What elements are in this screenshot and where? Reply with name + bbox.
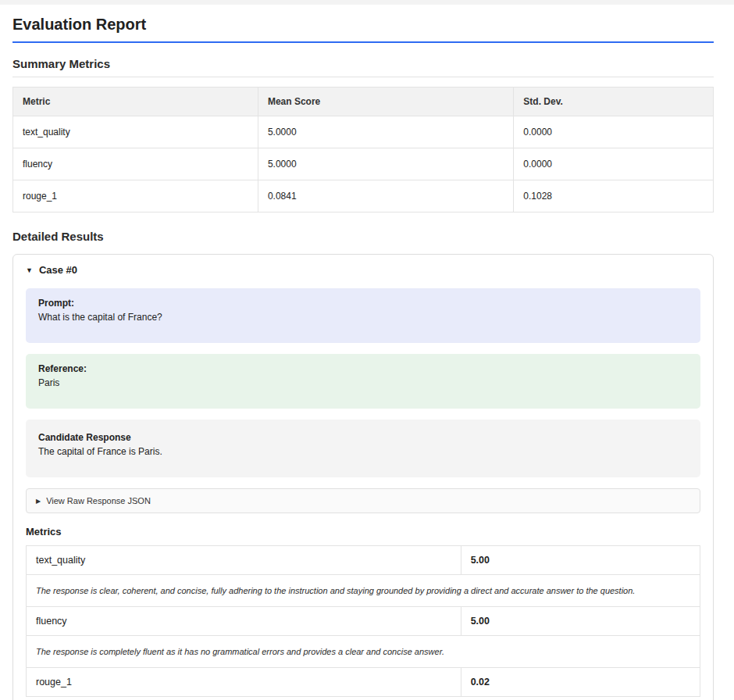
metric-explanation-row: The response is completely fluent as it … <box>27 636 700 668</box>
metric-explanation-cell: The response is clear, coherent, and con… <box>27 575 700 607</box>
summary-metrics-table: Metric Mean Score Std. Dev. text_quality… <box>12 87 714 212</box>
case-0-toggle[interactable]: ▼ Case #0 <box>13 255 713 285</box>
metric-name-cell: fluency <box>27 607 461 636</box>
summary-col-metric: Metric <box>13 88 258 116</box>
case-0-label: Case #0 <box>39 264 77 276</box>
candidate-response-label: Candidate Response <box>38 432 688 443</box>
table-row: rouge_1 0.0841 0.1028 <box>13 180 714 212</box>
prompt-label: Prompt: <box>38 298 688 309</box>
metric-name-cell: text_quality <box>27 546 461 575</box>
metric-score-cell: 0.02 <box>461 668 700 697</box>
case-0-body: Prompt: What is the capital of France? R… <box>13 285 713 700</box>
metric-row: rouge_1 0.02 <box>27 668 700 697</box>
mean-score-cell: 5.0000 <box>258 148 513 180</box>
metric-row: text_quality 5.00 <box>27 546 700 575</box>
metric-name-cell: text_quality <box>13 116 258 148</box>
mean-score-cell: 5.0000 <box>258 116 513 148</box>
std-dev-cell: 0.0000 <box>514 116 714 148</box>
metrics-heading: Metrics <box>26 526 700 538</box>
reference-label: Reference: <box>38 363 688 374</box>
prompt-box: Prompt: What is the capital of France? <box>26 288 700 343</box>
candidate-response-box: Candidate Response The capital of France… <box>26 420 700 477</box>
std-dev-cell: 0.1028 <box>514 180 714 212</box>
case-card-0: ▼ Case #0 Prompt: What is the capital of… <box>12 254 714 700</box>
metric-score-cell: 5.00 <box>461 546 700 575</box>
candidate-response-text: The capital of France is Paris. <box>38 446 688 457</box>
summary-col-std-dev: Std. Dev. <box>514 88 714 116</box>
metric-name-cell: fluency <box>13 148 258 180</box>
view-raw-response-json-toggle[interactable]: ▶ View Raw Response JSON <box>26 488 700 513</box>
prompt-text: What is the capital of France? <box>38 312 688 323</box>
table-row: text_quality 5.0000 0.0000 <box>13 116 714 148</box>
page-title: Evaluation Report <box>12 16 714 43</box>
evaluation-report-page: Evaluation Report Summary Metrics Metric… <box>0 5 734 700</box>
summary-metrics-heading: Summary Metrics <box>12 57 714 77</box>
triangle-right-icon: ▶ <box>36 498 41 505</box>
summary-header-row: Metric Mean Score Std. Dev. <box>13 88 714 116</box>
view-raw-response-json-label: View Raw Response JSON <box>46 496 151 505</box>
metric-explanation-cell: The response is completely fluent as it … <box>27 636 700 668</box>
reference-box: Reference: Paris <box>26 354 700 409</box>
metric-row: fluency 5.00 <box>27 607 700 636</box>
summary-col-mean-score: Mean Score <box>258 88 513 116</box>
metric-score-cell: 5.00 <box>461 607 700 636</box>
metric-name-cell: rouge_1 <box>27 668 461 697</box>
detailed-results-heading: Detailed Results <box>12 230 714 245</box>
reference-text: Paris <box>38 377 688 388</box>
case-0-metrics-table: text_quality 5.00 The response is clear,… <box>26 545 700 697</box>
table-row: fluency 5.0000 0.0000 <box>13 148 714 180</box>
std-dev-cell: 0.0000 <box>514 148 714 180</box>
triangle-down-icon: ▼ <box>26 267 33 274</box>
metric-name-cell: rouge_1 <box>13 180 258 212</box>
metric-explanation-row: The response is clear, coherent, and con… <box>27 575 700 607</box>
mean-score-cell: 0.0841 <box>258 180 513 212</box>
